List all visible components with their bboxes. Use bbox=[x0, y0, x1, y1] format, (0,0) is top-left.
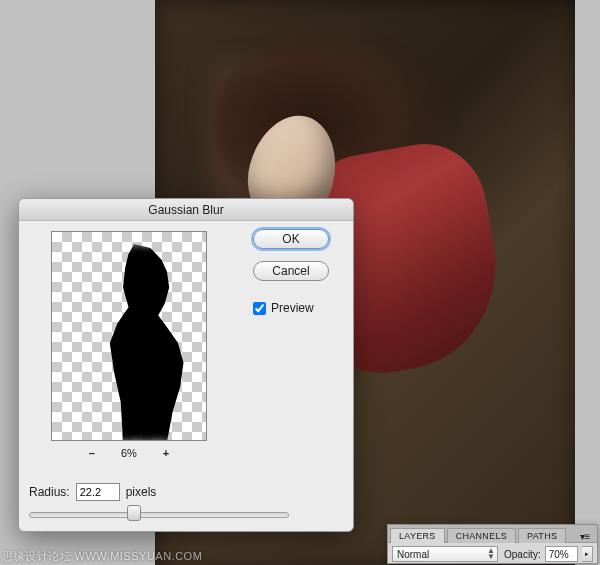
radius-unit: pixels bbox=[126, 485, 157, 499]
blend-mode-value: Normal bbox=[397, 549, 429, 560]
cancel-button[interactable]: Cancel bbox=[253, 261, 329, 281]
opacity-dropdown-icon[interactable]: ▸ bbox=[582, 546, 594, 562]
gaussian-blur-dialog: Gaussian Blur – 6% + OK Cancel Preview R… bbox=[18, 198, 354, 532]
opacity-input[interactable]: 70% bbox=[545, 546, 578, 562]
zoom-in-button[interactable]: + bbox=[163, 447, 169, 459]
zoom-level: 6% bbox=[121, 447, 137, 459]
opacity-value: 70% bbox=[549, 549, 569, 560]
radius-slider-track[interactable] bbox=[29, 512, 289, 518]
ok-button[interactable]: OK bbox=[253, 229, 329, 249]
watermark-text: 思缘设计论坛 WWW.MISSYUAN.COM bbox=[2, 549, 202, 564]
radius-slider-thumb[interactable] bbox=[127, 505, 141, 521]
tab-layers[interactable]: LAYERS bbox=[390, 528, 445, 543]
tab-channels[interactable]: CHANNELS bbox=[447, 528, 516, 543]
preview-checkbox[interactable] bbox=[253, 302, 266, 315]
preview-silhouette bbox=[90, 244, 200, 441]
blend-mode-select[interactable]: Normal ▲▼ bbox=[392, 546, 498, 562]
radius-input[interactable] bbox=[76, 483, 120, 501]
tab-paths[interactable]: PATHS bbox=[518, 528, 566, 543]
preview-checkbox-label: Preview bbox=[271, 301, 314, 315]
opacity-label: Opacity: bbox=[504, 549, 541, 560]
radius-label: Radius: bbox=[29, 485, 70, 499]
updown-icon: ▲▼ bbox=[487, 548, 495, 560]
preview-checkbox-row[interactable]: Preview bbox=[253, 301, 314, 315]
zoom-out-button[interactable]: – bbox=[89, 447, 95, 459]
layers-panel: LAYERS CHANNELS PATHS ▾≡ Normal ▲▼ Opaci… bbox=[387, 524, 598, 564]
blur-preview[interactable] bbox=[51, 231, 207, 441]
panel-menu-icon[interactable]: ▾≡ bbox=[577, 531, 593, 542]
dialog-title: Gaussian Blur bbox=[19, 199, 353, 221]
